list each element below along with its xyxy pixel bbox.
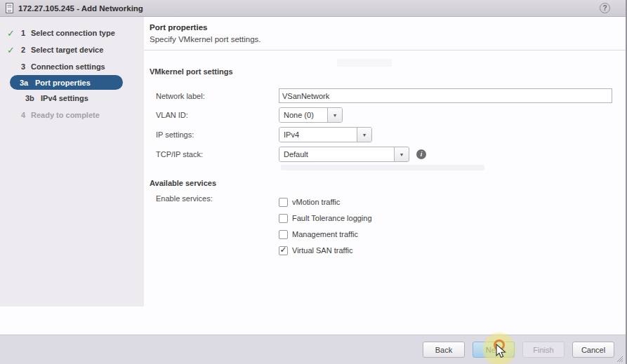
tcpip-stack-label: TCP/IP stack: — [156, 150, 279, 159]
service-virtual-san-traffic: ✓ Virtual SAN traffic — [279, 243, 372, 258]
back-button[interactable]: Back — [423, 342, 465, 358]
vlan-id-value: None (0) — [279, 108, 327, 122]
capture-blur-artifact — [281, 165, 484, 170]
service-fault-tolerance-logging: ✓ Fault Tolerance logging — [279, 210, 372, 226]
service-label: Virtual SAN traffic — [292, 246, 352, 255]
step-port-properties[interactable]: 3a Port properties — [10, 75, 123, 90]
vmotion-traffic-checkbox[interactable]: ✓ — [279, 198, 288, 207]
service-label: vMotion traffic — [292, 198, 340, 206]
step-label: Select connection type — [31, 29, 115, 37]
page-subtitle: Specify VMkernel port settings. — [150, 35, 626, 50]
host-icon — [6, 3, 13, 13]
info-icon[interactable]: i — [416, 149, 426, 159]
step-number: 2 — [21, 46, 31, 54]
virtual-san-traffic-checkbox[interactable]: ✓ — [279, 246, 288, 255]
step-complete-check-icon: ✓ — [7, 45, 20, 55]
step-label: Port properties — [35, 79, 91, 87]
add-networking-dialog: 172.27.105.245 - Add Networking ? ✓ 1 Se… — [0, 0, 627, 364]
chevron-down-icon[interactable]: ▾ — [327, 108, 342, 122]
chevron-down-icon[interactable]: ▾ — [394, 147, 409, 161]
step-select-target-device[interactable]: ✓ 2 Select target device — [0, 41, 144, 58]
step-ready-to-complete: 4 Ready to complete — [0, 107, 144, 123]
dialog-title: 172.27.105.245 - Add Networking — [18, 4, 143, 13]
fault-tolerance-logging-checkbox[interactable]: ✓ — [279, 214, 288, 223]
vmkernel-settings-section-title: VMkernel port settings — [150, 67, 626, 76]
cancel-button[interactable]: Cancel — [572, 342, 614, 358]
enable-services-label: Enable services: — [156, 194, 279, 203]
service-management-traffic: ✓ Management traffic — [279, 227, 372, 242]
step-select-connection-type[interactable]: ✓ 1 Select connection type — [0, 25, 144, 41]
network-label-label: Network label: — [156, 92, 279, 100]
step-number: 3 — [21, 62, 31, 71]
step-label: Select target device — [31, 46, 103, 54]
step-number: 1 — [21, 29, 31, 37]
vlan-id-label: VLAN ID: — [156, 111, 279, 119]
next-button[interactable]: Next — [473, 342, 515, 358]
help-button[interactable]: ? — [600, 3, 610, 13]
step-label: Connection settings — [31, 62, 105, 71]
tcpip-stack-dropdown[interactable]: Default ▾ — [279, 147, 409, 162]
step-complete-check-icon: ✓ — [7, 28, 20, 39]
service-vmotion-traffic: ✓ vMotion traffic — [279, 194, 372, 210]
available-services-section-title: Available services — [150, 179, 626, 187]
port-properties-pane: Port properties Specify VMkernel port se… — [144, 17, 626, 335]
service-label: Fault Tolerance logging — [292, 214, 372, 222]
wizard-steps-sidebar: ✓ 1 Select connection type ✓ 2 Select ta… — [0, 17, 144, 335]
vlan-id-dropdown[interactable]: None (0) ▾ — [279, 107, 343, 123]
wizard-footer: Back Next Finish Cancel — [0, 335, 626, 364]
step-number: 4 — [21, 111, 31, 119]
management-traffic-checkbox[interactable]: ✓ — [279, 230, 288, 239]
step-label: Ready to complete — [31, 111, 100, 119]
page-title: Port properties — [150, 23, 626, 32]
step-label: IPv4 settings — [41, 94, 88, 102]
titlebar: 172.27.105.245 - Add Networking ? — [0, 0, 626, 17]
step-number: 3b — [25, 94, 41, 102]
ip-settings-value: IPv4 — [279, 128, 357, 142]
resize-grip[interactable] — [616, 355, 623, 363]
header-divider — [144, 50, 626, 50]
ip-settings-label: IP settings: — [156, 130, 279, 139]
capture-blur-artifact — [337, 59, 392, 67]
finish-button: Finish — [522, 342, 565, 358]
tcpip-stack-value: Default — [279, 147, 394, 161]
step-connection-settings[interactable]: 3 Connection settings — [0, 58, 144, 75]
ip-settings-dropdown[interactable]: IPv4 ▾ — [279, 127, 372, 142]
step-number: 3a — [20, 79, 35, 87]
chevron-down-icon[interactable]: ▾ — [357, 128, 371, 142]
service-label: Management traffic — [292, 230, 358, 238]
step-ipv4-settings[interactable]: 3b IPv4 settings — [0, 90, 144, 107]
network-label-input[interactable] — [279, 88, 612, 103]
